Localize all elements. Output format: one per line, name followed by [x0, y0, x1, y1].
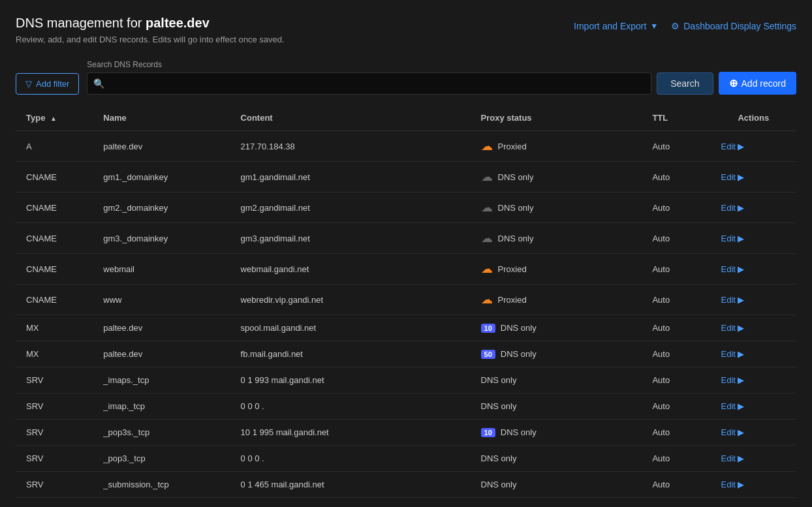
table-row: SRV_pop3._tcp0 0 0 .DNS onlyAutoEdit ▶ — [16, 446, 796, 472]
cell-type: CNAME — [16, 223, 93, 254]
add-filter-label: Add filter — [36, 79, 69, 89]
chevron-right-icon: ▶ — [738, 427, 744, 437]
table-row: SRV_imaps._tcp0 1 993 mail.gandi.netDNS … — [16, 367, 796, 393]
cell-name: paltee.dev — [93, 131, 230, 162]
cell-actions: Edit ▶ — [711, 254, 796, 284]
edit-button[interactable]: Edit ▶ — [721, 234, 744, 243]
add-record-button[interactable]: ⊕ Add record — [719, 72, 796, 95]
cell-actions: Edit ▶ — [711, 162, 796, 192]
table-row: SRV_pop3s._tcp10 1 995 mail.gandi.net10D… — [16, 420, 796, 446]
table-row: CNAMEgm1._domainkeygm1.gandimail.net☁DNS… — [16, 162, 796, 192]
cell-proxy-status: ☁DNS only — [471, 192, 642, 223]
cell-actions: Edit ▶ — [711, 315, 796, 341]
cloud-gray-icon: ☁ — [481, 200, 493, 215]
cell-content: 0 1 993 mail.gandi.net — [230, 367, 471, 393]
cell-content: 217.70.184.38 — [230, 131, 471, 162]
proxy-status-text: DNS only — [498, 203, 534, 213]
edit-button[interactable]: Edit ▶ — [721, 323, 744, 333]
cell-name: gm2._domainkey — [93, 192, 230, 223]
cell-name: _imap._tcp — [93, 393, 230, 420]
import-export-button[interactable]: Import and Export ▼ — [574, 21, 658, 31]
edit-button[interactable]: Edit ▶ — [721, 203, 744, 213]
cloud-orange-icon: ☁ — [481, 139, 493, 153]
edit-button[interactable]: Edit ▶ — [721, 480, 744, 489]
proxy-status-text: DNS only — [501, 427, 537, 437]
cell-content: webredir.vip.gandi.net — [230, 284, 471, 315]
cell-ttl: Auto — [642, 393, 710, 420]
edit-button[interactable]: Edit ▶ — [721, 349, 744, 359]
cell-actions: Edit ▶ — [711, 131, 796, 162]
table-row: MXpaltee.devfb.mail.gandi.net50DNS onlyA… — [16, 341, 796, 367]
cell-ttl: Auto — [642, 315, 710, 341]
proxy-status-text: Proxied — [498, 142, 527, 151]
table-row: TXTpaltee.devv=spf1 include:_mailcust.ga… — [16, 498, 796, 508]
cell-content: 0 1 465 mail.gandi.net — [230, 472, 471, 498]
cell-type: MX — [16, 315, 93, 341]
edit-button[interactable]: Edit ▶ — [721, 264, 744, 274]
table-row: CNAMEwwwwebredir.vip.gandi.net☁ProxiedAu… — [16, 284, 796, 315]
cell-name: paltee.dev — [93, 498, 230, 508]
header-left: DNS management for paltee.dev Review, ad… — [16, 16, 285, 44]
cell-proxy-status: DNS only — [471, 472, 642, 498]
add-record-label: Add record — [742, 78, 786, 89]
search-row: 🔍 Search ⊕ Add record — [87, 72, 796, 95]
cloud-gray-icon: ☁ — [481, 170, 493, 184]
cell-content: 0 0 0 . — [230, 446, 471, 472]
proxy-status-text: Proxied — [498, 295, 527, 305]
cell-actions: Edit ▶ — [711, 420, 796, 446]
search-icon: 🔍 — [93, 78, 104, 89]
proxy-status-text: DNS only — [481, 453, 517, 463]
cell-ttl: Auto — [642, 223, 710, 254]
cell-type: SRV — [16, 472, 93, 498]
page-subtitle: Review, add, and edit DNS records. Edits… — [16, 35, 285, 44]
cell-proxy-status: 10DNS only — [471, 420, 642, 446]
cell-content: webmail.gandi.net — [230, 254, 471, 284]
cell-name: www — [93, 284, 230, 315]
cell-ttl: Auto — [642, 162, 710, 192]
cell-actions: Edit ▶ — [711, 498, 796, 508]
filter-icon: ▽ — [25, 79, 32, 89]
cell-content: 10 1 995 mail.gandi.net — [230, 420, 471, 446]
chevron-right-icon: ▶ — [738, 349, 744, 359]
chevron-right-icon: ▶ — [738, 375, 744, 385]
cell-proxy-status: ☁Proxied — [471, 284, 642, 315]
cell-actions: Edit ▶ — [711, 393, 796, 420]
edit-button[interactable]: Edit ▶ — [721, 295, 744, 305]
cell-type: MX — [16, 341, 93, 367]
table-row: SRV_imap._tcp0 0 0 .DNS onlyAutoEdit ▶ — [16, 393, 796, 420]
column-name: Name — [93, 105, 230, 131]
chevron-right-icon: ▶ — [738, 295, 744, 305]
edit-button[interactable]: Edit ▶ — [721, 427, 744, 437]
cell-proxy-status: DNS only — [471, 498, 642, 508]
edit-button[interactable]: Edit ▶ — [721, 375, 744, 385]
cell-content: fb.mail.gandi.net — [230, 341, 471, 367]
cell-ttl: Auto — [642, 254, 710, 284]
edit-button[interactable]: Edit ▶ — [721, 142, 744, 151]
search-button[interactable]: Search — [657, 72, 713, 95]
cell-proxy-status: ☁Proxied — [471, 254, 642, 284]
chevron-right-icon: ▶ — [738, 480, 744, 489]
cell-proxy-status: 50DNS only — [471, 341, 642, 367]
search-label: Search DNS Records — [87, 60, 796, 69]
toolbar: ▽ Add filter Search DNS Records 🔍 Search… — [16, 60, 796, 95]
cell-name: gm1._domainkey — [93, 162, 230, 192]
cell-name: _pop3._tcp — [93, 446, 230, 472]
chevron-right-icon: ▶ — [738, 453, 744, 463]
cell-content: spool.mail.gandi.net — [230, 315, 471, 341]
cell-ttl: Auto — [642, 367, 710, 393]
table-row: Apaltee.dev217.70.184.38☁ProxiedAutoEdit… — [16, 131, 796, 162]
edit-button[interactable]: Edit ▶ — [721, 453, 744, 463]
edit-button[interactable]: Edit ▶ — [721, 401, 744, 411]
cell-type: CNAME — [16, 254, 93, 284]
add-filter-button[interactable]: ▽ Add filter — [16, 73, 79, 95]
dns-table: Type ▲ Name Content Proxy status TTL Act… — [16, 105, 796, 507]
search-input[interactable] — [87, 72, 651, 95]
cell-proxy-status: DNS only — [471, 367, 642, 393]
cell-proxy-status: ☁DNS only — [471, 223, 642, 254]
table-body: Apaltee.dev217.70.184.38☁ProxiedAutoEdit… — [16, 131, 796, 508]
dashboard-settings-button[interactable]: ⚙ Dashboard Display Settings — [671, 21, 796, 31]
priority-badge: 50 — [481, 350, 495, 359]
search-section: Search DNS Records 🔍 Search ⊕ Add record — [87, 60, 796, 95]
column-type[interactable]: Type ▲ — [16, 105, 93, 131]
edit-button[interactable]: Edit ▶ — [721, 172, 744, 182]
